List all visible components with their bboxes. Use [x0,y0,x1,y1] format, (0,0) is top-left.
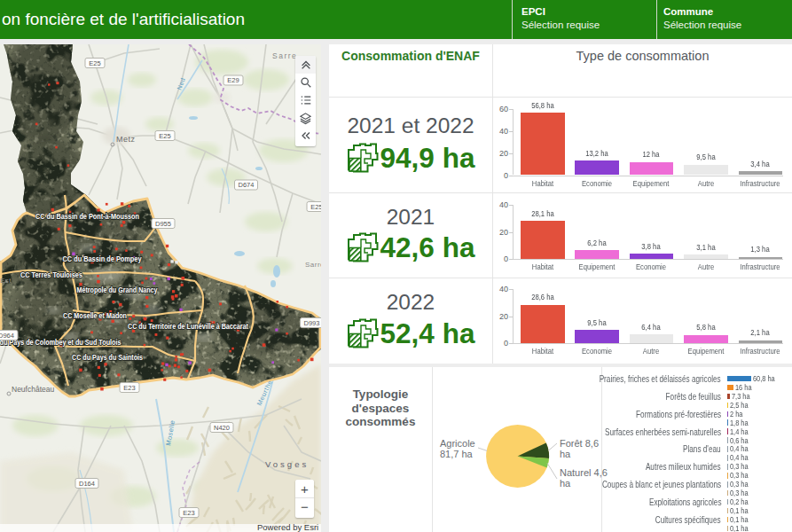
svg-text:D164: D164 [79,480,95,488]
svg-text:Sarre: Sarre [272,51,297,60]
svg-text:E29: E29 [227,76,239,84]
svg-text:CC Terres Touloises: CC Terres Touloises [20,270,82,279]
svg-text:N420: N420 [214,424,230,432]
svg-text:Métropole du Grand Nancy: Métropole du Grand Nancy [77,286,158,294]
svg-text:Neufchâteau: Neufchâteau [12,385,54,394]
svg-text:D993: D993 [304,319,320,327]
svg-text:Sarreb: Sarreb [305,261,321,269]
svg-text:E23: E23 [123,384,135,392]
svg-text:D674: D674 [239,181,255,189]
svg-text:CC du Bassin de Pompey: CC du Bassin de Pompey [63,254,142,263]
svg-text:du Pays de Colombey et du Sud: du Pays de Colombey et du Sud Toulois [0,338,122,347]
svg-text:Metz: Metz [116,135,136,144]
svg-text:Vosges: Vosges [265,459,309,469]
svg-text:CC Moselle et Madon: CC Moselle et Madon [63,311,127,320]
svg-text:E25: E25 [159,132,170,140]
svg-text:CC du Bassin de Pont-à-Mousson: CC du Bassin de Pont-à-Mousson [35,212,139,221]
svg-text:E23: E23 [183,509,194,517]
svg-text:CC du Pays du Saintois: CC du Pays du Saintois [72,353,143,362]
svg-text:D964: D964 [0,332,14,340]
svg-text:CC du Territoire de Lunéville: CC du Territoire de Lunéville à Baccarat [128,322,248,331]
svg-text:E25: E25 [310,203,321,211]
svg-text:D955: D955 [155,220,171,228]
svg-text:Est: Est [0,277,12,285]
svg-text:E25: E25 [89,59,100,67]
